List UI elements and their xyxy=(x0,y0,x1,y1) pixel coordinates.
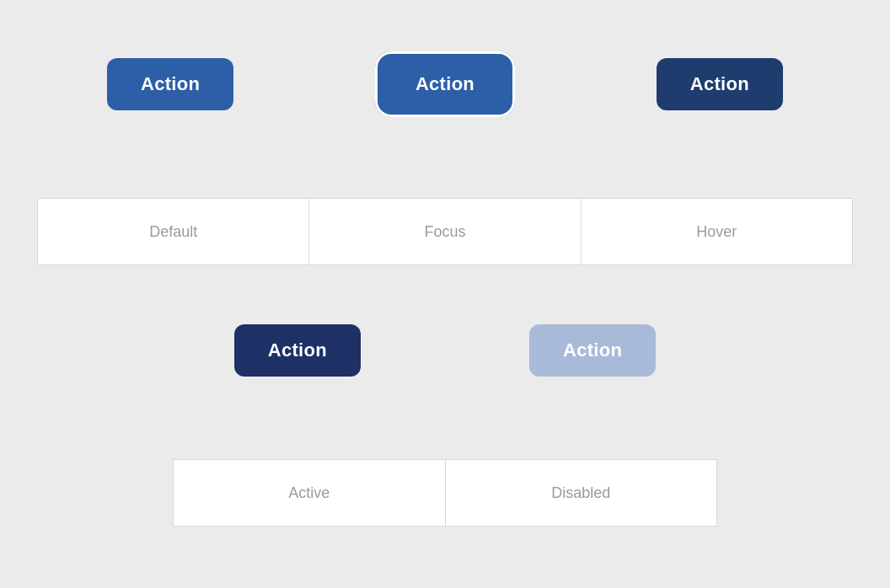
disabled-state-label: Disabled xyxy=(445,459,718,527)
state-labels-row: Default Focus Hover xyxy=(37,198,853,265)
default-state-label: Default xyxy=(37,198,308,265)
middle-button-row: Action Action xyxy=(0,324,890,377)
active-state-label: Active xyxy=(173,459,445,527)
active-button[interactable]: Action xyxy=(234,324,361,377)
default-button[interactable]: Action xyxy=(107,58,233,110)
disabled-button: Action xyxy=(529,324,656,377)
focus-button[interactable]: Action xyxy=(379,56,511,113)
top-button-row: Action Action Action xyxy=(0,56,890,113)
bottom-labels-row: Active Disabled xyxy=(173,459,717,527)
hover-state-label: Hover xyxy=(581,198,853,265)
page-container: Action Action Action Default Focus Hover… xyxy=(0,0,890,588)
hover-button[interactable]: Action xyxy=(657,58,783,110)
focus-state-label: Focus xyxy=(308,198,580,265)
